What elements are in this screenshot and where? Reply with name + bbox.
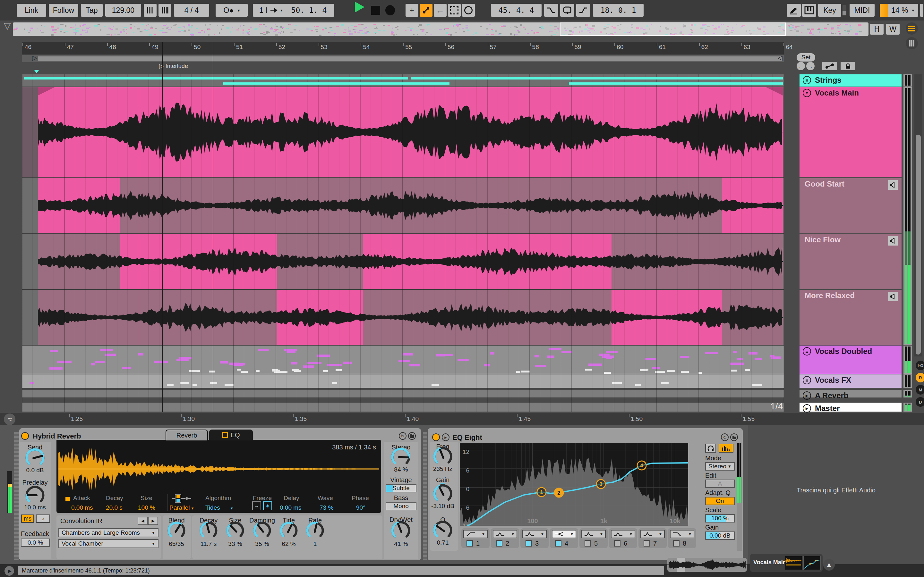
eq-band-1[interactable]: ▼1: [461, 528, 489, 548]
track-header-strings[interactable]: ≡Strings: [800, 74, 901, 87]
punch-out-button[interactable]: [576, 4, 590, 17]
time-ruler[interactable]: [0, 413, 924, 425]
return-track-fold-icon[interactable]: ▶: [803, 392, 811, 400]
band-filter-type-selector[interactable]: ▼: [670, 530, 694, 538]
send-knob[interactable]: [24, 447, 46, 469]
ir-next-button[interactable]: ▶: [148, 517, 158, 525]
band-enable-checkbox[interactable]: [555, 540, 561, 546]
loop-start-field[interactable]: 45. 4. 4: [491, 4, 541, 17]
track-header-vocals-main[interactable]: ▼Vocals Main: [800, 87, 901, 177]
track-name[interactable]: Vocals Doubled: [815, 347, 872, 356]
mixer-toggle-device[interactable]: D: [916, 397, 924, 407]
show-hide-detail-button[interactable]: ▲: [823, 559, 835, 571]
decay-value[interactable]: 11.7 s: [194, 540, 223, 548]
band-filter-type-selector[interactable]: ▼: [463, 530, 488, 538]
preview-play-button[interactable]: ▶: [5, 566, 14, 576]
strings-track-lane[interactable]: [22, 74, 784, 87]
time-signature-field[interactable]: 4 / 4: [174, 4, 209, 17]
cpu-meter[interactable]: 14 %▾: [880, 4, 918, 17]
arrangement-overview[interactable]: [13, 23, 869, 36]
device-thumbnail-hybrid-reverb[interactable]: [785, 556, 802, 570]
scale-value[interactable]: 100 %: [705, 514, 735, 522]
band-filter-type-selector[interactable]: ▼: [640, 530, 665, 538]
re-enable-automation-button[interactable]: ←: [434, 4, 447, 17]
eq-band-2[interactable]: ▼2: [491, 528, 519, 548]
attack-active-square[interactable]: [65, 497, 70, 501]
ir-category-selector[interactable]: Chambers and Large Rooms▼: [58, 528, 158, 537]
device-handle[interactable]: [423, 432, 427, 560]
eq-band-3[interactable]: ▼3: [520, 528, 549, 548]
track-name[interactable]: Vocals Main: [815, 89, 859, 97]
playhead-line[interactable]: [162, 42, 163, 412]
prev-locator-button[interactable]: ←: [796, 62, 805, 70]
strings-clip-segment[interactable]: [223, 82, 449, 85]
eq-node-1[interactable]: 1: [537, 488, 546, 496]
zoom-height-button[interactable]: H: [870, 24, 884, 35]
band-enable-checkbox[interactable]: [585, 540, 591, 546]
band-enable-checkbox[interactable]: [496, 540, 502, 546]
mixer-toggle-io[interactable]: I·O: [916, 361, 924, 370]
tab-reverb[interactable]: Reverb: [166, 430, 208, 440]
overview-collapse-arrow[interactable]: ▽: [4, 21, 17, 31]
status-message-field[interactable]: Marcatore d'inserimento 46.1.1 (Tempo: 1…: [18, 566, 664, 575]
band-filter-type-selector[interactable]: ▼: [552, 530, 576, 538]
band-filter-type-selector[interactable]: ▼: [522, 530, 547, 538]
freq-knob[interactable]: [432, 446, 454, 467]
band-enable-checkbox[interactable]: [644, 540, 650, 546]
clip-overview[interactable]: [667, 558, 747, 572]
damping-knob[interactable]: [252, 520, 272, 541]
tap-tempo-button[interactable]: Tap: [81, 4, 103, 17]
audition-take-button[interactable]: [888, 180, 898, 190]
return-track-fold-icon[interactable]: ▶: [803, 404, 811, 413]
eq-expand-button[interactable]: ▶: [442, 434, 449, 441]
key-map-button[interactable]: Key: [818, 4, 841, 17]
damping-value[interactable]: 35 %: [248, 540, 276, 548]
spectrum-toggle-button[interactable]: [719, 444, 733, 453]
algorithm-selector[interactable]: Tides ▾: [205, 504, 233, 511]
delay-value[interactable]: 0.00 ms: [280, 504, 302, 511]
vocals-fx-track-lane[interactable]: [22, 374, 784, 388]
feedback-value[interactable]: 0.0 %: [21, 538, 50, 547]
audition-take-button[interactable]: [888, 236, 898, 245]
reverb-size-knob[interactable]: [225, 520, 246, 541]
adapt-q-toggle[interactable]: On: [705, 497, 735, 505]
predelay-ms-toggle[interactable]: ms: [21, 514, 34, 523]
blend-knob[interactable]: [166, 520, 187, 541]
loop-start-marker[interactable]: ▷: [32, 54, 37, 61]
track-name[interactable]: Vocals FX: [815, 376, 851, 385]
dry-wet-knob[interactable]: [390, 520, 412, 542]
link-button[interactable]: Link: [17, 4, 46, 17]
wave-value[interactable]: 73 %: [320, 504, 333, 511]
automation-mode-button[interactable]: [822, 62, 837, 70]
midi-map-button[interactable]: MIDI: [850, 4, 875, 17]
eq-band-6[interactable]: ▼6: [609, 528, 637, 548]
track-unfold-icon[interactable]: ▼: [803, 89, 811, 97]
edit-ab-button[interactable]: A: [705, 480, 735, 488]
tide-knob[interactable]: [278, 520, 299, 541]
track-header-master[interactable]: ▶Master: [800, 403, 901, 412]
track-header-vocals-doubled[interactable]: ≡Vocals Doubled: [800, 346, 901, 374]
arrangement-position-field[interactable]: 50. 1. 4: [284, 4, 334, 17]
phase-value[interactable]: 90°: [356, 504, 365, 511]
freeze-button[interactable]: ✶: [263, 501, 272, 510]
eq-gain-knob[interactable]: [432, 483, 454, 504]
hot-swap-button[interactable]: ↻: [721, 434, 729, 441]
dry-wet-value[interactable]: 41 %: [384, 540, 418, 548]
play-button[interactable]: [352, 0, 367, 14]
nudge-down-button[interactable]: [144, 4, 157, 17]
next-locator-button[interactable]: →: [806, 62, 814, 70]
tab-eq[interactable]: EQ: [209, 430, 253, 440]
track-fold-icon[interactable]: ≡: [803, 347, 811, 356]
session-record-button[interactable]: [462, 4, 475, 17]
draw-mode-button[interactable]: [787, 4, 801, 17]
overview-viewport[interactable]: [560, 23, 786, 36]
loop-region[interactable]: [38, 56, 783, 61]
reverb-decay-knob[interactable]: [198, 520, 219, 541]
predelay-sync-toggle[interactable]: ♪: [36, 514, 50, 523]
mixer-toggle-mixer[interactable]: M: [916, 385, 924, 395]
vintage-selector[interactable]: Subtle: [386, 484, 417, 492]
nudge-up-button[interactable]: [158, 4, 171, 17]
band-enable-checkbox[interactable]: [467, 540, 473, 546]
tempo-field[interactable]: 129.00: [105, 4, 141, 17]
track-name[interactable]: More Relaxed: [804, 291, 855, 300]
